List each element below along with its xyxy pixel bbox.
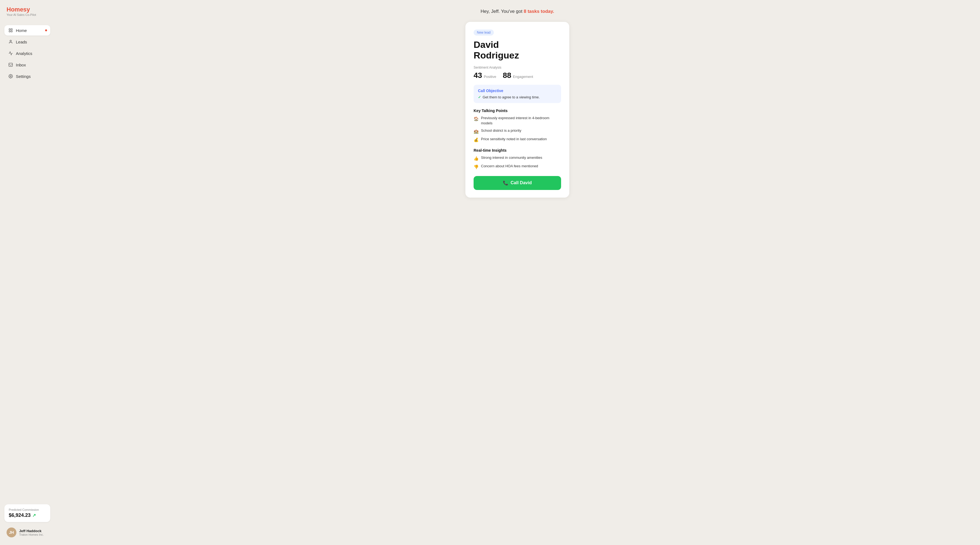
talking-point-3-emoji: 💰	[474, 137, 479, 143]
insight-2-text: Concern about HOA fees mentioned	[481, 164, 538, 169]
greeting-prefix: Hey, Jeff. You've got	[481, 9, 524, 14]
user-company: Traton Homes Inc.	[19, 533, 44, 536]
inbox-icon	[8, 62, 13, 67]
sidebar-item-leads-label: Leads	[16, 40, 27, 44]
insight-2-emoji: 👎	[474, 164, 479, 170]
avatar: JH	[6, 528, 16, 537]
insight-1-emoji: 👍	[474, 156, 479, 162]
talking-point-2-emoji: 🏫	[474, 129, 479, 135]
positive-score-number: 43	[474, 71, 482, 80]
leads-icon	[8, 39, 13, 44]
greeting-text: Hey, Jeff. You've got 8 tasks today.	[481, 9, 554, 14]
sidebar-item-analytics[interactable]: Analytics	[5, 48, 50, 59]
talking-point-2-text: School district is a priority	[481, 128, 521, 133]
sidebar-item-leads[interactable]: Leads	[5, 37, 50, 47]
svg-rect-5	[9, 63, 12, 67]
avatar-initials: JH	[9, 530, 14, 535]
analytics-icon	[8, 51, 13, 56]
commission-label: Predicted Commission	[9, 508, 46, 512]
app-title: Homesy	[6, 6, 50, 13]
user-profile[interactable]: JH Jeff Haddock Traton Homes Inc.	[5, 526, 50, 539]
logo-area: Homesy Your AI Sales Co-Pilot	[5, 6, 50, 16]
sidebar-item-home[interactable]: Home	[5, 25, 50, 35]
sentiment-scores: 43 Positive 88 Engagement	[474, 71, 561, 80]
positive-score-label: Positive	[484, 75, 496, 79]
user-name: Jeff Haddock	[19, 529, 44, 533]
talking-point-1-emoji: 🏠	[474, 116, 479, 122]
key-talking-points: Key Talking Points 🏠 Previously expresse…	[474, 108, 561, 143]
call-objective-text: Get them to agree to a viewing time.	[483, 95, 540, 99]
new-lead-badge: New lead	[474, 30, 494, 35]
svg-rect-2	[9, 30, 10, 32]
svg-point-6	[10, 76, 11, 77]
engagement-score-label: Engagement	[513, 75, 533, 79]
insight-1: 👍 Strong interest in community amenities	[474, 155, 561, 162]
call-objective-title: Call Objective	[478, 89, 557, 93]
positive-score-item: 43 Positive	[474, 71, 496, 80]
nav-menu: Home Leads Analytics	[5, 25, 50, 504]
app-subtitle: Your AI Sales Co-Pilot	[6, 13, 50, 16]
call-phone-icon: 📞	[503, 180, 508, 186]
realtime-insights: Real-time Insights 👍 Strong interest in …	[474, 148, 561, 170]
engagement-score-item: 88 Engagement	[503, 71, 533, 80]
sidebar-item-inbox[interactable]: Inbox	[5, 60, 50, 70]
nav-notification-dot	[45, 30, 47, 32]
sidebar: Homesy Your AI Sales Co-Pilot Home	[0, 0, 55, 545]
talking-points-title: Key Talking Points	[474, 108, 561, 113]
talking-point-3-text: Price sensitivity noted in last conversa…	[481, 137, 547, 142]
svg-rect-3	[11, 30, 12, 32]
lead-name-line1: David	[474, 39, 499, 50]
insight-1-text: Strong interest in community amenities	[481, 155, 542, 160]
checkmark-icon: ✓	[478, 95, 481, 99]
insight-2: 👎 Concern about HOA fees mentioned	[474, 164, 561, 170]
settings-icon	[8, 74, 13, 79]
commission-card: Predicted Commission $6,924.23 ↗	[5, 504, 50, 522]
user-info: Jeff Haddock Traton Homes Inc.	[19, 529, 44, 536]
talking-point-2: 🏫 School district is a priority	[474, 128, 561, 135]
sentiment-label: Sentiment Analysis	[474, 65, 561, 70]
svg-point-4	[10, 40, 11, 41]
call-david-button[interactable]: 📞 Call David	[474, 176, 561, 190]
commission-amount: $6,924.23	[9, 512, 30, 518]
main-content: Hey, Jeff. You've got 8 tasks today. New…	[55, 0, 980, 545]
svg-rect-1	[11, 29, 12, 30]
sidebar-bottom: Predicted Commission $6,924.23 ↗ JH Jeff…	[5, 504, 50, 539]
sidebar-item-settings-label: Settings	[16, 74, 30, 79]
talking-point-3: 💰 Price sensitivity noted in last conver…	[474, 137, 561, 143]
greeting-tasks: 8 tasks today.	[523, 9, 554, 14]
call-objective-item: ✓ Get them to agree to a viewing time.	[478, 95, 557, 99]
svg-rect-0	[9, 29, 10, 30]
lead-name: David Rodriguez	[474, 39, 561, 61]
call-button-label: Call David	[511, 180, 531, 185]
commission-value: $6,924.23 ↗	[9, 512, 46, 518]
call-objective-box: Call Objective ✓ Get them to agree to a …	[474, 85, 561, 103]
talking-point-1: 🏠 Previously expressed interest in 4-bed…	[474, 116, 561, 126]
home-icon	[8, 28, 13, 33]
talking-point-1-text: Previously expressed interest in 4-bedro…	[481, 116, 561, 126]
sidebar-item-settings[interactable]: Settings	[5, 71, 50, 81]
sidebar-item-inbox-label: Inbox	[16, 63, 26, 67]
commission-trend-icon: ↗	[32, 513, 36, 518]
sidebar-item-home-label: Home	[16, 28, 27, 33]
lead-card: New lead David Rodriguez Sentiment Analy…	[465, 22, 569, 198]
engagement-score-number: 88	[503, 71, 511, 80]
lead-name-line2: Rodriguez	[474, 50, 519, 60]
insights-title: Real-time Insights	[474, 148, 561, 153]
sidebar-item-analytics-label: Analytics	[16, 51, 32, 56]
